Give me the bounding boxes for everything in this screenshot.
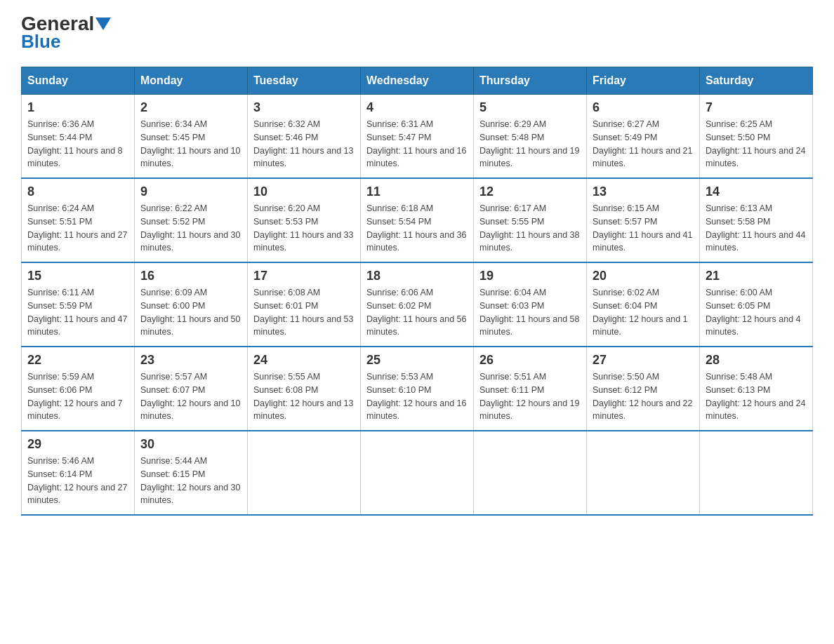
day-info: Sunrise: 5:50 AMSunset: 6:12 PMDaylight:… <box>593 370 694 423</box>
day-cell: 25Sunrise: 5:53 AMSunset: 6:10 PMDayligh… <box>361 347 474 431</box>
day-cell: 13Sunrise: 6:15 AMSunset: 5:57 PMDayligh… <box>587 178 700 262</box>
day-info: Sunrise: 5:59 AMSunset: 6:06 PMDaylight:… <box>27 370 128 423</box>
day-info: Sunrise: 5:48 AMSunset: 6:13 PMDaylight:… <box>706 370 807 423</box>
day-number: 15 <box>27 269 128 283</box>
day-info: Sunrise: 6:06 AMSunset: 6:02 PMDaylight:… <box>366 286 468 339</box>
day-info: Sunrise: 6:08 AMSunset: 6:01 PMDaylight:… <box>253 286 355 339</box>
day-number: 5 <box>479 100 581 115</box>
day-info: Sunrise: 6:11 AMSunset: 5:59 PMDaylight:… <box>27 286 128 339</box>
day-number: 22 <box>27 353 128 368</box>
day-cell: 2Sunrise: 6:34 AMSunset: 5:45 PMDaylight… <box>135 95 248 179</box>
header-friday: Friday <box>587 67 700 95</box>
day-number: 12 <box>479 185 581 199</box>
day-info: Sunrise: 6:25 AMSunset: 5:50 PMDaylight:… <box>706 118 807 170</box>
day-info: Sunrise: 6:17 AMSunset: 5:55 PMDaylight:… <box>479 202 581 255</box>
day-cell: 30Sunrise: 5:44 AMSunset: 6:15 PMDayligh… <box>135 431 248 515</box>
day-cell: 12Sunrise: 6:17 AMSunset: 5:55 PMDayligh… <box>474 178 587 262</box>
day-number: 18 <box>366 269 468 283</box>
week-row-2: 8Sunrise: 6:24 AMSunset: 5:51 PMDaylight… <box>22 178 813 262</box>
day-number: 17 <box>253 269 355 283</box>
day-info: Sunrise: 6:29 AMSunset: 5:48 PMDaylight:… <box>479 118 581 170</box>
day-info: Sunrise: 6:15 AMSunset: 5:57 PMDaylight:… <box>593 202 694 255</box>
day-info: Sunrise: 6:27 AMSunset: 5:49 PMDaylight:… <box>593 118 694 170</box>
day-cell: 15Sunrise: 6:11 AMSunset: 5:59 PMDayligh… <box>22 262 135 347</box>
day-cell: 9Sunrise: 6:22 AMSunset: 5:52 PMDaylight… <box>135 178 248 262</box>
day-info: Sunrise: 5:51 AMSunset: 6:11 PMDaylight:… <box>479 370 581 423</box>
day-number: 21 <box>706 269 807 283</box>
day-cell <box>361 431 474 515</box>
day-info: Sunrise: 6:00 AMSunset: 6:05 PMDaylight:… <box>706 286 807 339</box>
week-row-5: 29Sunrise: 5:46 AMSunset: 6:14 PMDayligh… <box>22 431 813 515</box>
day-cell: 10Sunrise: 6:20 AMSunset: 5:53 PMDayligh… <box>248 178 361 262</box>
logo-blue: Blue <box>21 31 60 53</box>
header-wednesday: Wednesday <box>361 67 474 95</box>
day-number: 1 <box>27 100 128 115</box>
day-number: 29 <box>27 437 128 452</box>
days-header-row: SundayMondayTuesdayWednesdayThursdayFrid… <box>22 67 813 95</box>
day-number: 19 <box>479 269 581 283</box>
day-info: Sunrise: 6:24 AMSunset: 5:51 PMDaylight:… <box>27 202 128 255</box>
day-cell: 7Sunrise: 6:25 AMSunset: 5:50 PMDaylight… <box>700 95 813 179</box>
day-info: Sunrise: 6:36 AMSunset: 5:44 PMDaylight:… <box>27 118 128 170</box>
svg-marker-0 <box>95 18 111 30</box>
day-cell: 1Sunrise: 6:36 AMSunset: 5:44 PMDaylight… <box>22 95 135 179</box>
day-info: Sunrise: 5:55 AMSunset: 6:08 PMDaylight:… <box>253 370 355 423</box>
day-cell: 23Sunrise: 5:57 AMSunset: 6:07 PMDayligh… <box>135 347 248 431</box>
day-number: 26 <box>479 353 581 368</box>
day-info: Sunrise: 5:44 AMSunset: 6:15 PMDaylight:… <box>140 455 241 507</box>
day-info: Sunrise: 6:18 AMSunset: 5:54 PMDaylight:… <box>366 202 468 255</box>
day-cell: 14Sunrise: 6:13 AMSunset: 5:58 PMDayligh… <box>700 178 813 262</box>
day-cell: 8Sunrise: 6:24 AMSunset: 5:51 PMDaylight… <box>22 178 135 262</box>
day-cell: 20Sunrise: 6:02 AMSunset: 6:04 PMDayligh… <box>587 262 700 347</box>
day-number: 8 <box>27 185 128 199</box>
day-cell: 4Sunrise: 6:31 AMSunset: 5:47 PMDaylight… <box>361 95 474 179</box>
header-tuesday: Tuesday <box>248 67 361 95</box>
day-number: 9 <box>140 185 241 199</box>
day-cell: 11Sunrise: 6:18 AMSunset: 5:54 PMDayligh… <box>361 178 474 262</box>
day-number: 3 <box>253 100 355 115</box>
day-number: 20 <box>593 269 694 283</box>
day-info: Sunrise: 6:34 AMSunset: 5:45 PMDaylight:… <box>140 118 241 170</box>
logo-triangle-icon <box>95 18 111 30</box>
day-number: 2 <box>140 100 241 115</box>
day-info: Sunrise: 6:13 AMSunset: 5:58 PMDaylight:… <box>706 202 807 255</box>
day-info: Sunrise: 6:09 AMSunset: 6:00 PMDaylight:… <box>140 286 241 339</box>
day-number: 13 <box>593 185 694 199</box>
day-number: 10 <box>253 185 355 199</box>
day-cell: 22Sunrise: 5:59 AMSunset: 6:06 PMDayligh… <box>22 347 135 431</box>
week-row-3: 15Sunrise: 6:11 AMSunset: 5:59 PMDayligh… <box>22 262 813 347</box>
day-cell: 3Sunrise: 6:32 AMSunset: 5:46 PMDaylight… <box>248 95 361 179</box>
week-row-4: 22Sunrise: 5:59 AMSunset: 6:06 PMDayligh… <box>22 347 813 431</box>
calendar-table: SundayMondayTuesdayWednesdayThursdayFrid… <box>21 67 813 516</box>
header-thursday: Thursday <box>474 67 587 95</box>
day-info: Sunrise: 5:53 AMSunset: 6:10 PMDaylight:… <box>366 370 468 423</box>
day-info: Sunrise: 6:02 AMSunset: 6:04 PMDaylight:… <box>593 286 694 339</box>
day-number: 30 <box>140 437 241 452</box>
day-info: Sunrise: 5:46 AMSunset: 6:14 PMDaylight:… <box>27 455 128 507</box>
day-number: 11 <box>366 185 468 199</box>
day-cell: 27Sunrise: 5:50 AMSunset: 6:12 PMDayligh… <box>587 347 700 431</box>
day-cell <box>587 431 700 515</box>
day-cell: 26Sunrise: 5:51 AMSunset: 6:11 PMDayligh… <box>474 347 587 431</box>
day-cell: 24Sunrise: 5:55 AMSunset: 6:08 PMDayligh… <box>248 347 361 431</box>
day-number: 25 <box>366 353 468 368</box>
day-cell: 6Sunrise: 6:27 AMSunset: 5:49 PMDaylight… <box>587 95 700 179</box>
week-row-1: 1Sunrise: 6:36 AMSunset: 5:44 PMDaylight… <box>22 95 813 179</box>
day-cell <box>248 431 361 515</box>
day-cell: 21Sunrise: 6:00 AMSunset: 6:05 PMDayligh… <box>700 262 813 347</box>
day-number: 6 <box>593 100 694 115</box>
day-number: 24 <box>253 353 355 368</box>
day-number: 14 <box>706 185 807 199</box>
day-cell: 5Sunrise: 6:29 AMSunset: 5:48 PMDaylight… <box>474 95 587 179</box>
day-cell <box>700 431 813 515</box>
header-sunday: Sunday <box>22 67 135 95</box>
day-cell: 29Sunrise: 5:46 AMSunset: 6:14 PMDayligh… <box>22 431 135 515</box>
day-cell: 18Sunrise: 6:06 AMSunset: 6:02 PMDayligh… <box>361 262 474 347</box>
day-info: Sunrise: 6:31 AMSunset: 5:47 PMDaylight:… <box>366 118 468 170</box>
day-cell <box>474 431 587 515</box>
day-cell: 19Sunrise: 6:04 AMSunset: 6:03 PMDayligh… <box>474 262 587 347</box>
day-number: 7 <box>706 100 807 115</box>
day-info: Sunrise: 6:20 AMSunset: 5:53 PMDaylight:… <box>253 202 355 255</box>
header-saturday: Saturday <box>700 67 813 95</box>
day-cell: 28Sunrise: 5:48 AMSunset: 6:13 PMDayligh… <box>700 347 813 431</box>
